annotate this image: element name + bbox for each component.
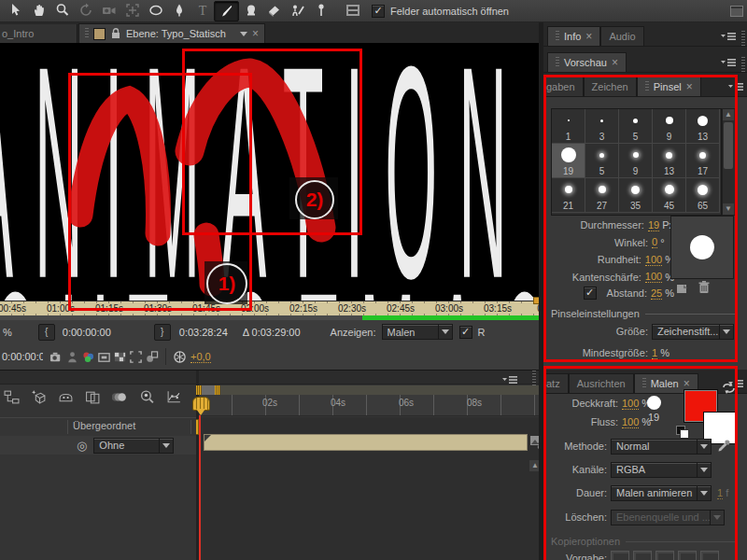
exposure-shutter-icon[interactable] [172, 349, 188, 365]
brush-tool[interactable] [214, 1, 239, 21]
swap-colors-icon[interactable] [721, 381, 738, 398]
new-brush-icon[interactable] [675, 282, 689, 297]
motion-blur-icon[interactable] [110, 387, 129, 406]
comp-flowchart-icon[interactable] [2, 387, 21, 406]
close-icon[interactable]: × [252, 28, 259, 39]
parent-dropdown[interactable]: Ohne [93, 438, 174, 454]
brush-preset-9-soft[interactable]: 9 [619, 144, 653, 178]
abstand-value[interactable]: 25 [651, 287, 662, 300]
show-dropdown[interactable]: Malen [382, 324, 453, 340]
graph-editor-icon[interactable] [164, 387, 183, 406]
layer-color-swatch[interactable] [93, 28, 106, 40]
viewer-timecode[interactable]: 0:00:00:00 [2, 351, 43, 362]
eraser-tool[interactable] [262, 1, 286, 20]
setting-value[interactable]: 0 [652, 236, 657, 248]
mode-dropdown[interactable]: Normal [611, 439, 712, 455]
size-dropdown[interactable]: Zeichenstift... [652, 324, 734, 340]
info-panel-menu-icon[interactable] [720, 27, 737, 46]
timeline-ruler[interactable]: 0s02s04s06s08s [199, 395, 542, 416]
project-film-icon[interactable] [345, 4, 360, 19]
current-time[interactable]: 0:00:00:00 [63, 327, 111, 338]
rotate-tool[interactable] [74, 1, 97, 20]
pinsel-panel-menu-icon[interactable] [727, 77, 744, 96]
brush-preset-27-soft[interactable]: 27 [585, 178, 619, 213]
channels-dropdown[interactable]: RGBA [611, 462, 712, 478]
exposure-value[interactable]: +0,0 [190, 351, 211, 363]
comp-ruler[interactable]: 00:45s01:00s01:15s01:30s01:45s02:00s02:1… [0, 301, 542, 316]
layer-duration-bar[interactable] [204, 434, 528, 451]
scroll-down-icon[interactable]: ▼ [723, 203, 734, 215]
pan-behind-tool[interactable] [120, 1, 144, 20]
tab-effekte-vorgaben[interactable]: gaben [543, 77, 584, 96]
scroll-thumb[interactable] [724, 122, 733, 169]
zoom-percent[interactable]: % [3, 327, 12, 338]
pen-tool[interactable] [167, 1, 190, 20]
brush-preset-35-soft[interactable]: 35 [619, 178, 653, 213]
work-area-end-handle[interactable] [215, 385, 220, 395]
brainstorm-icon[interactable] [137, 387, 156, 406]
brush-preset-17-soft[interactable]: 17 [686, 144, 720, 178]
draft-3d-icon[interactable] [29, 387, 48, 406]
work-area-start-handle[interactable] [196, 385, 202, 395]
auto-open-checkbox[interactable]: ✓ [372, 5, 385, 18]
workspace-icon[interactable] [730, 6, 743, 17]
panel-grip[interactable] [532, 371, 536, 385]
brush-preset-19-hard[interactable]: 19 [552, 144, 585, 178]
trash-icon[interactable] [698, 280, 711, 297]
setting-value[interactable]: 19 [648, 219, 659, 231]
default-colors-icon[interactable] [676, 426, 688, 437]
type-tool[interactable]: T [190, 1, 214, 20]
close-icon[interactable]: × [585, 31, 592, 42]
zoom-tool[interactable] [50, 1, 74, 20]
brush-preset-9-hard[interactable]: 9 [653, 109, 686, 144]
tab-layer-viewer[interactable]: Ebene: Typo_Statisch × [78, 23, 265, 43]
tab-audio[interactable]: Audio [600, 26, 643, 46]
transparency-grid-icon[interactable] [112, 349, 128, 365]
tab-zeichen[interactable]: Zeichen [584, 77, 637, 96]
lock-icon[interactable] [110, 27, 121, 41]
abstand-checkbox[interactable]: ✓ [584, 287, 597, 300]
brush-preset-5-soft[interactable]: 5 [585, 144, 619, 178]
work-area-bar[interactable] [196, 385, 542, 395]
hand-tool[interactable] [27, 1, 50, 20]
layer-viewer-canvas[interactable]: ANIMATION GUT GEMAC [0, 43, 542, 301]
hide-shy-layers-icon[interactable] [56, 387, 75, 406]
current-time-indicator[interactable] [192, 397, 210, 411]
brush-preset-65-soft[interactable]: 65 [686, 178, 720, 213]
setting-value[interactable]: 100 [645, 271, 662, 283]
camera-tool[interactable] [97, 1, 120, 20]
render-checkbox[interactable]: ✓ [459, 326, 472, 339]
vorschau-panel-menu-icon[interactable] [720, 53, 737, 72]
brush-scrollbar[interactable]: ▲ ▼ [722, 108, 737, 216]
setting-value[interactable]: 100 [645, 254, 662, 266]
tab-vorschau[interactable]: Vorschau× [547, 52, 627, 72]
roto-brush-tool[interactable] [286, 1, 309, 20]
show-snapshot-icon[interactable] [64, 349, 80, 365]
flow-value[interactable]: 100 [622, 416, 639, 428]
panel-grip[interactable] [741, 31, 745, 46]
close-icon[interactable]: × [684, 378, 690, 389]
show-channels-icon[interactable] [80, 349, 96, 365]
resolution-icon[interactable] [96, 349, 112, 365]
parent-column-header[interactable]: Übergeordnet [73, 420, 135, 431]
brush-preset-21-soft[interactable]: 21 [552, 178, 585, 213]
min-size-value[interactable]: 1 [652, 347, 657, 359]
close-icon[interactable]: × [612, 57, 618, 68]
region-of-interest-icon[interactable] [128, 349, 144, 365]
tab-info[interactable]: Info× [547, 26, 600, 46]
selection-tool[interactable] [4, 1, 27, 20]
tab-composition[interactable]: o_Intro [0, 24, 78, 43]
masks-icon[interactable] [144, 349, 160, 365]
in-point-button[interactable]: { [38, 324, 55, 341]
opacity-value[interactable]: 100 [622, 398, 639, 410]
pick-whip-icon[interactable]: ◎ [77, 439, 87, 453]
brush-preset-45-soft[interactable]: 45 [653, 178, 686, 213]
out-point-button[interactable]: } [154, 324, 171, 341]
brush-preset-13-soft[interactable]: 13 [653, 144, 686, 178]
puppet-pin-tool[interactable] [309, 1, 332, 20]
clone-stamp-tool[interactable] [239, 1, 262, 20]
brush-preset-13-hard[interactable]: 13 [686, 109, 720, 144]
eyedropper-icon[interactable] [717, 439, 731, 455]
panel-grip[interactable] [741, 57, 745, 72]
frame-blending-icon[interactable] [83, 387, 102, 406]
